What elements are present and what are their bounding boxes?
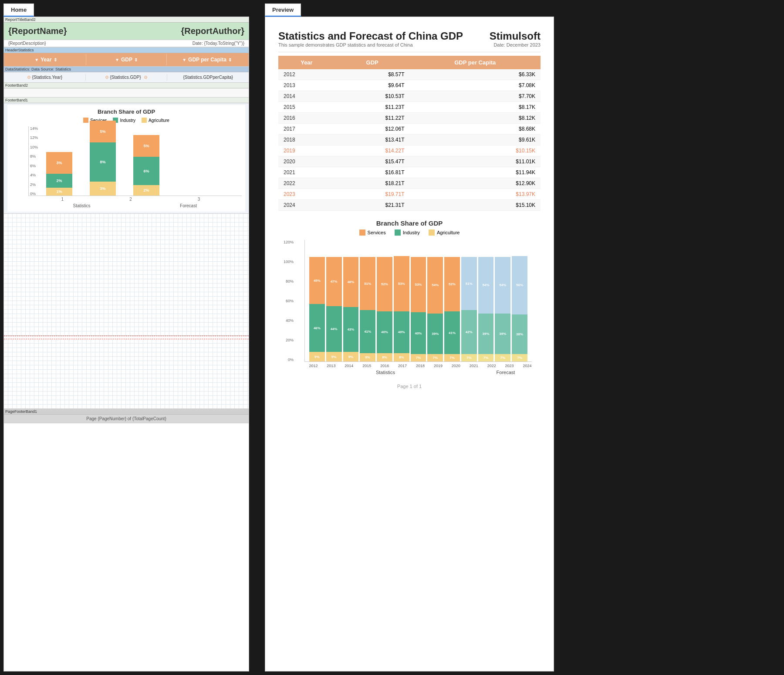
header-stats-content: ▼ Year ⇕ ▼ GDP ⇕ ▼ GDP per Capita ⇕ bbox=[4, 53, 249, 66]
preview-industry-dot bbox=[395, 230, 401, 236]
preview-bar-group: 7%42%51% bbox=[461, 257, 477, 361]
bar-3-agriculture: 2% bbox=[133, 185, 159, 196]
preview-bar-group: 8%40%52% bbox=[377, 257, 392, 361]
date-expression-field[interactable]: Date: {Today.ToString("Y")} bbox=[193, 41, 244, 46]
data-capita-col[interactable]: {Statistics.GDPperCapita} bbox=[167, 74, 249, 81]
preview-stats-section: Statistics bbox=[300, 370, 471, 375]
preview-seg-agriculture: 8% bbox=[394, 353, 409, 361]
sort-up-icon: ⇕ bbox=[54, 57, 57, 62]
preview-seg-industry: 43% bbox=[343, 307, 359, 352]
report-description-field[interactable]: {ReportDescription} bbox=[8, 41, 46, 46]
right-tab-bar: Preview bbox=[265, 3, 554, 17]
preview-brand: Stimulsoft bbox=[490, 30, 541, 42]
preview-seg-services: 51% bbox=[461, 257, 477, 310]
sort-up-icon2: ⇕ bbox=[134, 57, 138, 62]
header-capita-col: ▼ GDP per Capita ⇕ bbox=[167, 54, 247, 65]
preview-x-label: 2014 bbox=[340, 364, 358, 368]
preview-bar-group: 8%41%51% bbox=[360, 257, 375, 361]
table-cell-year: 2018 bbox=[278, 135, 335, 145]
preview-bar-group: 7%41%52% bbox=[444, 257, 460, 361]
preview-services-text: Services bbox=[368, 230, 386, 235]
report-name-field[interactable]: {ReportName} bbox=[8, 26, 67, 36]
header-year-label: Year bbox=[41, 57, 51, 63]
preview-x-label: 2019 bbox=[429, 364, 447, 368]
table-cell-year: 2024 bbox=[278, 200, 335, 211]
th-gdp: GDP bbox=[335, 56, 410, 69]
data-year-icon: ⚙ bbox=[27, 75, 31, 80]
table-cell-capita: $7.08K bbox=[410, 80, 541, 91]
preview-x-label: 2015 bbox=[358, 364, 376, 368]
preview-bar-group: 7%39%54% bbox=[495, 257, 510, 361]
stacked-bar-3: 2% 6% 5% bbox=[133, 135, 159, 196]
data-gdp-col[interactable]: ⚙ {Statistics.GDP} ⚙ bbox=[86, 74, 168, 81]
preview-bar-group: 7%40%53% bbox=[411, 257, 426, 361]
table-row: 2013$9.64T$7.08K bbox=[278, 80, 541, 91]
preview-seg-agriculture: 9% bbox=[326, 352, 342, 361]
preview-bar-group: 9%46%45% bbox=[309, 257, 325, 361]
preview-x-label: 2023 bbox=[500, 364, 518, 368]
bar-3-industry: 6% bbox=[133, 157, 159, 185]
table-row: 2020$15.47T$11.01K bbox=[278, 156, 541, 167]
table-row: 2016$11.22T$8.12K bbox=[278, 113, 541, 124]
preview-legend-services: Services bbox=[359, 230, 386, 236]
report-author-field[interactable]: {ReportAuthor} bbox=[181, 26, 244, 36]
report-desc-band: {ReportDescription} Date: {Today.ToStrin… bbox=[4, 40, 249, 47]
table-cell-capita: $10.15K bbox=[410, 145, 541, 156]
stacked-bar-2: 3% 8% 5% bbox=[90, 121, 116, 196]
preview-seg-agriculture: 7% bbox=[444, 354, 460, 361]
preview-legend-industry: Industry bbox=[395, 230, 420, 236]
table-header-row: Year GDP GDP per Capita bbox=[278, 56, 541, 69]
table-cell-capita: $7.70K bbox=[410, 91, 541, 102]
table-cell-capita: $8.17K bbox=[410, 102, 541, 113]
header-divider bbox=[278, 52, 541, 52]
preview-seg-services: 56% bbox=[512, 256, 527, 314]
data-gdp-icon: ⚙ bbox=[105, 75, 109, 80]
table-cell-year: 2020 bbox=[278, 156, 335, 167]
table-cell-year: 2013 bbox=[278, 80, 335, 91]
preview-seg-agriculture: 9% bbox=[309, 352, 325, 361]
table-row: 2018$13.41T$9.61K bbox=[278, 135, 541, 145]
footer-band1-label: FooterBand1 bbox=[4, 98, 249, 103]
data-year-col[interactable]: ⚙ {Statistics.Year} bbox=[4, 74, 86, 81]
preview-bar-group: 9%44%47% bbox=[326, 257, 342, 361]
table-cell-capita: $9.61K bbox=[410, 135, 541, 145]
preview-seg-industry: 40% bbox=[394, 311, 409, 353]
table-cell-capita: $15.10K bbox=[410, 200, 541, 211]
report-title-content: {ReportName} {ReportAuthor} bbox=[4, 23, 249, 40]
preview-seg-services: 45% bbox=[309, 257, 325, 304]
preview-seg-services: 48% bbox=[343, 257, 359, 307]
data-stats-content: ⚙ {Statistics.Year} ⚙ {Statistics.GDP} ⚙… bbox=[4, 72, 249, 82]
footer-band2-content bbox=[4, 88, 249, 97]
preview-agriculture-text: Agriculture bbox=[437, 230, 460, 235]
page-footer-band-label: PageFooterBand1 bbox=[4, 409, 249, 415]
table-row: 2022$18.21T$12.90K bbox=[278, 178, 541, 189]
agriculture-label: Agriculture bbox=[149, 118, 169, 123]
table-cell-year: 2012 bbox=[278, 69, 335, 80]
preview-seg-services: 54% bbox=[495, 257, 510, 314]
preview-seg-services: 53% bbox=[411, 257, 426, 312]
preview-x-label: 2022 bbox=[483, 364, 500, 368]
legend-industry: Industry bbox=[113, 118, 135, 123]
preview-x-label: 2018 bbox=[412, 364, 429, 368]
table-cell-gdp: $18.21T bbox=[335, 178, 410, 189]
table-cell-gdp: $14.22T bbox=[335, 145, 410, 156]
bar-1-industry: 2% bbox=[46, 174, 72, 188]
left-tab-bar: Home bbox=[3, 3, 249, 17]
x-section-labels: Statistics Forecast bbox=[11, 203, 242, 208]
forecast-section-label: Forecast bbox=[135, 203, 242, 208]
table-cell-gdp: $8.57T bbox=[335, 69, 410, 80]
preview-x-label: 2012 bbox=[304, 364, 322, 368]
preview-tab[interactable]: Preview bbox=[265, 3, 301, 17]
preview-area: Statistics and Forecast of China GDP Thi… bbox=[265, 17, 554, 672]
preview-chart-title: Branch Share of GDP bbox=[278, 219, 541, 227]
designer-chart-title: Branch Share of GDP bbox=[11, 108, 242, 115]
table-cell-gdp: $19.71T bbox=[335, 189, 410, 200]
preview-bar-group: 8%40%53% bbox=[394, 256, 409, 361]
sort-up-icon3: ⇕ bbox=[228, 57, 232, 62]
bar-1-services: 3% bbox=[46, 152, 72, 174]
home-tab[interactable]: Home bbox=[3, 3, 34, 17]
preview-seg-services: 54% bbox=[478, 257, 494, 314]
sort-down-icon: ▼ bbox=[34, 57, 39, 62]
header-gdp-col: ▼ GDP ⇕ bbox=[86, 54, 167, 65]
header-year-col: ▼ Year ⇕ bbox=[6, 54, 86, 65]
